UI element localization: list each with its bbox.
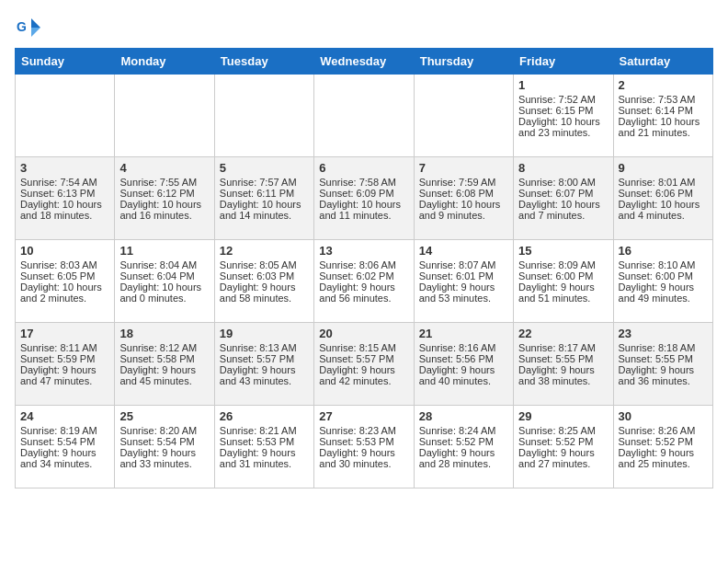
day-info: and 31 minutes. — [220, 458, 309, 469]
day-info: Sunrise: 8:03 AM — [20, 259, 109, 270]
day-number: 18 — [119, 327, 209, 340]
calendar-cell — [214, 75, 313, 157]
header-sunday: Sunday — [16, 49, 115, 75]
header-thursday: Thursday — [414, 49, 513, 75]
calendar-cell: 30Sunrise: 8:26 AMSunset: 5:52 PMDayligh… — [613, 406, 712, 488]
day-number: 14 — [419, 244, 508, 258]
day-number: 22 — [518, 327, 608, 340]
calendar-cell: 10Sunrise: 8:03 AMSunset: 6:05 PMDayligh… — [16, 240, 115, 323]
day-info: Sunset: 5:54 PM — [20, 436, 109, 447]
day-info: Daylight: 9 hours — [619, 364, 708, 375]
day-info: Sunrise: 8:01 AM — [619, 177, 708, 188]
day-info: Sunset: 6:00 PM — [619, 270, 708, 282]
calendar-cell: 17Sunrise: 8:11 AMSunset: 5:59 PMDayligh… — [16, 323, 115, 406]
day-info: Sunrise: 7:57 AM — [220, 177, 309, 188]
header-wednesday: Wednesday — [314, 49, 414, 75]
day-info: Sunset: 6:02 PM — [319, 270, 408, 282]
logo-icon: G — [15, 15, 40, 40]
day-info: Daylight: 10 hours — [619, 116, 708, 127]
calendar-cell — [414, 75, 513, 157]
day-info: Daylight: 9 hours — [518, 447, 608, 458]
day-info: and 38 minutes. — [518, 375, 608, 386]
day-info: Daylight: 9 hours — [619, 282, 708, 293]
calendar-cell: 11Sunrise: 8:04 AMSunset: 6:04 PMDayligh… — [115, 240, 214, 323]
calendar-cell: 6Sunrise: 7:58 AMSunset: 6:09 PMDaylight… — [314, 157, 414, 240]
calendar-week-row: 3Sunrise: 7:54 AMSunset: 6:13 PMDaylight… — [16, 157, 713, 240]
day-info: Daylight: 10 hours — [119, 282, 209, 293]
day-info: Daylight: 10 hours — [419, 199, 508, 210]
calendar-cell: 21Sunrise: 8:16 AMSunset: 5:56 PMDayligh… — [414, 323, 513, 406]
svg-text:G: G — [17, 19, 27, 34]
day-info: Sunset: 6:05 PM — [20, 270, 109, 282]
svg-marker-2 — [31, 28, 40, 37]
day-info: Sunrise: 8:12 AM — [119, 342, 209, 353]
day-info: Daylight: 9 hours — [319, 364, 408, 375]
day-number: 20 — [319, 327, 408, 340]
day-info: Daylight: 10 hours — [20, 199, 109, 210]
day-info: Sunrise: 7:58 AM — [319, 177, 408, 188]
day-number: 25 — [119, 409, 209, 423]
day-info: Sunrise: 8:09 AM — [518, 259, 608, 270]
day-info: and 0 minutes. — [119, 293, 209, 304]
calendar-cell: 12Sunrise: 8:05 AMSunset: 6:03 PMDayligh… — [214, 240, 313, 323]
day-number: 9 — [619, 161, 708, 175]
day-number: 30 — [619, 409, 708, 423]
day-info: and 23 minutes. — [518, 127, 608, 138]
day-number: 13 — [319, 244, 408, 258]
day-info: Sunrise: 7:59 AM — [419, 177, 508, 188]
day-number: 2 — [619, 78, 708, 92]
day-info: Sunrise: 8:11 AM — [20, 342, 109, 353]
day-info: and 30 minutes. — [319, 458, 408, 469]
day-info: and 47 minutes. — [20, 375, 109, 386]
header-monday: Monday — [115, 49, 214, 75]
calendar-week-row: 17Sunrise: 8:11 AMSunset: 5:59 PMDayligh… — [16, 323, 713, 406]
day-info: and 4 minutes. — [619, 210, 708, 221]
day-info: and 34 minutes. — [20, 458, 109, 469]
day-number: 16 — [619, 244, 708, 258]
calendar-cell: 23Sunrise: 8:18 AMSunset: 5:55 PMDayligh… — [613, 323, 712, 406]
calendar-header-row: SundayMondayTuesdayWednesdayThursdayFrid… — [16, 49, 713, 75]
day-number: 15 — [518, 244, 608, 258]
day-info: Daylight: 10 hours — [220, 199, 309, 210]
day-info: Daylight: 9 hours — [619, 447, 708, 458]
day-info: Daylight: 10 hours — [319, 199, 408, 210]
day-info: Sunrise: 8:20 AM — [119, 425, 209, 436]
day-info: Sunset: 6:14 PM — [619, 105, 708, 116]
day-info: Sunset: 6:13 PM — [20, 188, 109, 199]
day-info: Sunset: 6:06 PM — [619, 188, 708, 199]
day-info: Daylight: 9 hours — [119, 364, 209, 375]
day-info: Sunset: 6:04 PM — [119, 270, 209, 282]
calendar-cell: 9Sunrise: 8:01 AMSunset: 6:06 PMDaylight… — [613, 157, 712, 240]
calendar-cell: 24Sunrise: 8:19 AMSunset: 5:54 PMDayligh… — [16, 406, 115, 488]
day-info: Sunrise: 8:24 AM — [419, 425, 508, 436]
day-info: and 56 minutes. — [319, 293, 408, 304]
day-info: Sunset: 5:55 PM — [518, 353, 608, 364]
day-info: and 11 minutes. — [319, 210, 408, 221]
calendar-cell: 2Sunrise: 7:53 AMSunset: 6:14 PMDaylight… — [613, 75, 712, 157]
day-info: Daylight: 10 hours — [119, 199, 209, 210]
day-info: and 27 minutes. — [518, 458, 608, 469]
calendar-cell: 4Sunrise: 7:55 AMSunset: 6:12 PMDaylight… — [115, 157, 214, 240]
calendar-cell: 13Sunrise: 8:06 AMSunset: 6:02 PMDayligh… — [314, 240, 414, 323]
day-info: and 33 minutes. — [119, 458, 209, 469]
day-info: Daylight: 10 hours — [518, 199, 608, 210]
day-info: and 42 minutes. — [319, 375, 408, 386]
day-info: Sunset: 5:57 PM — [220, 353, 309, 364]
day-info: Daylight: 9 hours — [20, 447, 109, 458]
day-info: Sunrise: 8:00 AM — [518, 177, 608, 188]
day-info: Sunset: 6:11 PM — [220, 188, 309, 199]
calendar-cell: 16Sunrise: 8:10 AMSunset: 6:00 PMDayligh… — [613, 240, 712, 323]
day-number: 27 — [319, 409, 408, 423]
day-info: Sunset: 6:07 PM — [518, 188, 608, 199]
day-info: and 18 minutes. — [20, 210, 109, 221]
day-info: Sunrise: 7:52 AM — [518, 94, 608, 105]
day-number: 4 — [119, 161, 209, 175]
calendar-cell: 27Sunrise: 8:23 AMSunset: 5:53 PMDayligh… — [314, 406, 414, 488]
day-info: and 53 minutes. — [419, 293, 508, 304]
calendar-table: SundayMondayTuesdayWednesdayThursdayFrid… — [15, 48, 713, 488]
calendar-cell: 29Sunrise: 8:25 AMSunset: 5:52 PMDayligh… — [514, 406, 613, 488]
calendar-week-row: 10Sunrise: 8:03 AMSunset: 6:05 PMDayligh… — [16, 240, 713, 323]
day-number: 26 — [220, 409, 309, 423]
day-info: Sunrise: 8:15 AM — [319, 342, 408, 353]
svg-marker-1 — [31, 18, 40, 28]
